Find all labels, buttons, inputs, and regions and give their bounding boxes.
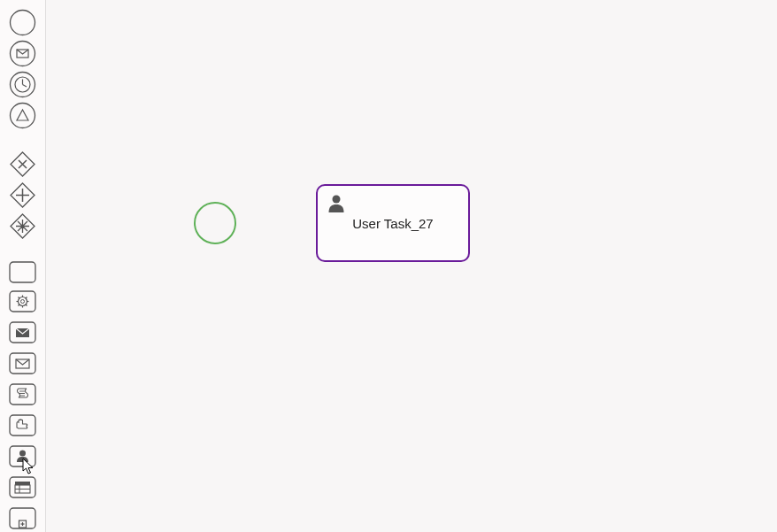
palette-start-event-timer[interactable] [9, 71, 36, 98]
circle-triangle-icon [9, 102, 36, 129]
palette-task-business-rule[interactable] [9, 474, 36, 501]
rect-envelope-icon [9, 350, 36, 377]
svg-point-11 [21, 299, 25, 303]
svg-rect-28 [10, 415, 35, 436]
rect-gear-icon [9, 288, 36, 315]
palette-gateway-parallel[interactable] [9, 181, 36, 209]
palette-gateway-complex[interactable] [9, 212, 36, 240]
palette-task-service[interactable] [9, 288, 36, 315]
palette-gateway-exclusive[interactable] [9, 150, 36, 178]
user-task-node[interactable]: User Task_27 [316, 184, 470, 262]
palette-task-user[interactable] [9, 443, 36, 470]
circle-envelope-icon [9, 40, 36, 67]
rect-hand-icon [9, 412, 36, 439]
bpmn-canvas[interactable]: User Task_27 [46, 0, 777, 532]
rect-rows-icon [9, 474, 36, 501]
circle-clock-icon [9, 71, 36, 98]
rect-icon [9, 261, 36, 283]
svg-point-0 [11, 11, 35, 35]
svg-line-19 [19, 305, 20, 306]
circle-icon [9, 9, 36, 36]
svg-rect-22 [10, 353, 35, 374]
svg-point-40 [333, 196, 341, 204]
rect-subprocess-icon [9, 505, 36, 532]
svg-rect-24 [10, 384, 35, 405]
rect-envelope-fill-icon [9, 319, 36, 346]
svg-rect-31 [10, 477, 35, 497]
rect-user-icon [9, 443, 36, 470]
svg-rect-8 [10, 262, 35, 282]
palette-task-send[interactable] [9, 319, 36, 346]
svg-line-18 [26, 297, 27, 298]
palette-task-manual[interactable] [9, 412, 36, 439]
svg-rect-32 [15, 482, 30, 485]
rect-script-icon [9, 381, 36, 408]
bpmn-palette [0, 0, 46, 532]
palette-subprocess[interactable] [9, 505, 36, 532]
diamond-x-icon [9, 150, 36, 178]
svg-point-7 [11, 104, 35, 128]
palette-start-event-signal[interactable] [9, 102, 36, 129]
palette-task-script[interactable] [9, 381, 36, 408]
svg-line-6 [23, 85, 27, 88]
svg-rect-9 [10, 291, 35, 312]
palette-start-event-message[interactable] [9, 40, 36, 67]
user-icon [327, 193, 346, 212]
palette-task-none[interactable] [9, 260, 36, 284]
user-task-label: User Task_27 [352, 216, 433, 231]
svg-line-16 [19, 297, 20, 298]
palette-task-receive[interactable] [9, 350, 36, 377]
diamond-star-icon [9, 212, 36, 240]
diamond-plus-icon [9, 181, 36, 209]
palette-start-event-none[interactable] [9, 9, 36, 36]
svg-point-30 [19, 450, 26, 456]
start-event-node[interactable] [194, 202, 236, 244]
svg-line-17 [26, 305, 27, 306]
